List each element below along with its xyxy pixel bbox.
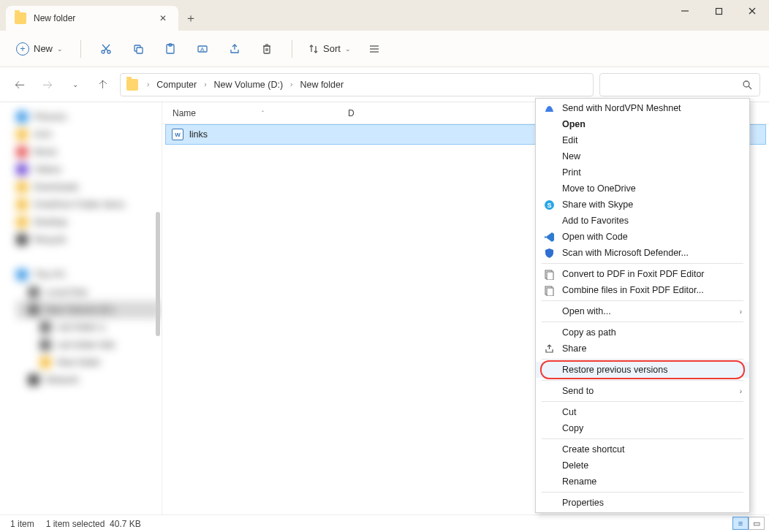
sidebar-item[interactable]: sub folder bbb	[16, 336, 162, 354]
chevron-right-icon: ›	[144, 80, 152, 88]
toolbar: + New ⌄ A Sort ⌄	[0, 31, 769, 67]
context-item[interactable]: Rename	[536, 474, 749, 490]
sidebar-icon	[16, 234, 28, 246]
sidebar-item[interactable]: OneDrive Folder items	[16, 196, 162, 213]
context-item[interactable]: Delete	[536, 457, 749, 474]
sidebar-icon	[28, 374, 39, 386]
sidebar-icon	[28, 286, 39, 298]
back-button[interactable]: 🡠	[9, 74, 31, 96]
context-item[interactable]: Copy as path	[536, 324, 749, 341]
new-label: New	[34, 43, 53, 54]
up-button[interactable]: 🡡	[92, 74, 114, 96]
context-item[interactable]: Open with...›	[536, 303, 749, 319]
sidebar-item[interactable]: Network	[16, 371, 162, 389]
col-name[interactable]: Name ˆ	[173, 108, 348, 118]
sidebar-item[interactable]: Pictures	[16, 108, 162, 126]
breadcrumb-item[interactable]: New folder	[298, 78, 345, 91]
sidebar-item[interactable]: New folder	[16, 354, 162, 371]
sort-label: Sort	[323, 43, 341, 54]
titlebar: New folder ✕ ＋	[0, 0, 769, 31]
rename-button[interactable]: A	[188, 37, 217, 61]
context-label: Open with...	[562, 306, 611, 316]
tiles-view-button[interactable]: ▭	[749, 517, 765, 530]
copy-button[interactable]	[124, 37, 153, 61]
word-doc-icon: W	[172, 129, 183, 140]
context-label: New	[562, 151, 580, 162]
context-item[interactable]: Properties	[536, 495, 749, 511]
sidebar-item[interactable]: Recycle	[16, 231, 162, 248]
sidebar-icon	[39, 357, 51, 368]
sidebar-item[interactable]: AAA	[16, 126, 162, 143]
context-label: Copy as path	[562, 327, 616, 338]
sidebar-icon	[39, 339, 51, 351]
navigation-sidebar[interactable]: PicturesAAAMusicVideosDownloadsOneDrive …	[0, 102, 162, 514]
nord-icon	[543, 102, 555, 114]
breadcrumb-bar[interactable]: › Computer › New Volume (D:) › New folde…	[120, 73, 594, 96]
sidebar-item[interactable]: This PC	[16, 266, 162, 284]
close-window-button[interactable]	[735, 0, 769, 22]
context-item[interactable]: Open	[536, 116, 749, 132]
folder-icon	[126, 79, 138, 91]
context-item[interactable]: SShare with Skype	[536, 197, 749, 213]
context-item[interactable]: Cut	[536, 404, 749, 420]
scrollbar-thumb[interactable]	[156, 212, 160, 336]
tab-title: New folder	[34, 13, 75, 23]
context-item[interactable]: Edit	[536, 132, 749, 148]
status-count: 1 item	[10, 519, 34, 529]
recent-dropdown[interactable]: ⌄	[64, 74, 86, 96]
chevron-right-icon: ›	[287, 80, 295, 88]
context-item[interactable]: Combine files in Foxit PDF Editor...	[536, 282, 749, 298]
context-item[interactable]: Create shortcut	[536, 441, 749, 457]
context-item[interactable]: Send to›	[536, 383, 749, 399]
context-item[interactable]: Open with Code	[536, 229, 749, 245]
context-item[interactable]: Share	[536, 341, 749, 357]
context-item[interactable]: Convert to PDF in Foxit PDF Editor	[536, 266, 749, 282]
sidebar-item[interactable]	[16, 248, 162, 266]
breadcrumb-item[interactable]: New Volume (D:)	[213, 78, 284, 91]
context-item[interactable]: New	[536, 148, 749, 164]
separator	[80, 40, 81, 58]
sidebar-item[interactable]: Videos	[16, 161, 162, 178]
sidebar-item[interactable]: Desktop	[16, 213, 162, 231]
share-icon	[543, 343, 555, 354]
context-label: Share with Skype	[562, 200, 633, 210]
view-button[interactable]	[360, 37, 389, 61]
context-item[interactable]: Scan with Microsoft Defender...	[536, 245, 749, 261]
context-label: Combine files in Foxit PDF Editor...	[562, 285, 704, 295]
cut-button[interactable]	[91, 37, 121, 61]
col-date[interactable]: D	[348, 108, 458, 118]
sidebar-item[interactable]: sub folder a	[16, 319, 162, 336]
sidebar-item[interactable]: Local Disk	[16, 284, 162, 301]
context-item[interactable]: Move to OneDrive	[536, 180, 749, 197]
context-menu[interactable]: Send with NordVPN MeshnetOpenEditNewPrin…	[535, 98, 750, 513]
sidebar-item[interactable]: New Volume (D:)	[16, 301, 162, 319]
breadcrumb-item[interactable]: Computer	[155, 78, 198, 91]
context-separator	[542, 322, 743, 322]
vscode-icon	[543, 231, 555, 243]
context-item[interactable]: Send with NordVPN Meshnet	[536, 100, 749, 116]
new-button[interactable]: + New ⌄	[9, 39, 70, 59]
delete-button[interactable]	[252, 37, 281, 61]
search-input[interactable]	[599, 73, 760, 96]
sidebar-icon	[39, 322, 51, 333]
window-tab[interactable]: New folder ✕	[6, 6, 178, 31]
context-item[interactable]: Copy	[536, 420, 749, 436]
close-tab-button[interactable]: ✕	[156, 12, 170, 25]
new-tab-button[interactable]: ＋	[178, 6, 203, 31]
sidebar-item[interactable]: Downloads	[16, 178, 162, 196]
maximize-button[interactable]	[702, 0, 735, 22]
minimize-button[interactable]	[668, 0, 702, 22]
context-item[interactable]: Restore previous versions	[536, 362, 749, 378]
sidebar-item[interactable]: Music	[16, 143, 162, 161]
context-item[interactable]: Print	[536, 164, 749, 180]
context-item[interactable]: Add to Favorites	[536, 213, 749, 229]
context-label: Add to Favorites	[562, 216, 629, 226]
context-separator	[542, 263, 743, 264]
forward-button[interactable]: 🡢	[37, 74, 58, 96]
paste-button[interactable]	[156, 37, 185, 61]
sort-button[interactable]: Sort ⌄	[303, 39, 357, 58]
details-view-button[interactable]: ≡	[732, 517, 749, 530]
share-button[interactable]	[220, 37, 249, 61]
sort-caret-icon: ˆ	[262, 110, 264, 117]
pdf-icon	[543, 268, 555, 280]
